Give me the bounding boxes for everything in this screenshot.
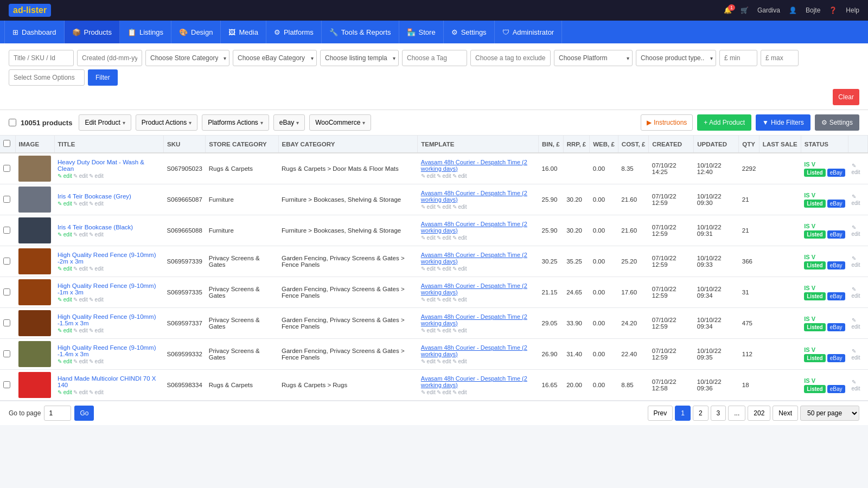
template-edit2-link[interactable]: ✎ edit — [437, 266, 451, 272]
row-checkbox[interactable] — [3, 319, 10, 326]
nav-design[interactable]: 🎨 Design — [171, 21, 221, 43]
user-label[interactable]: Bojte — [806, 7, 820, 14]
template-edit3-link[interactable]: ✎ edit — [452, 204, 467, 210]
edit-extra-link[interactable]: ✎ edit — [89, 266, 104, 272]
nav-platforms[interactable]: ⚙ Platforms — [266, 21, 322, 43]
next-page-button[interactable]: Next — [773, 406, 798, 421]
store-label[interactable]: Gardiva — [757, 7, 780, 14]
notification-bell[interactable]: 🔔 1 — [724, 7, 732, 14]
edit-link[interactable]: ✎ edit — [58, 266, 72, 272]
nav-settings[interactable]: ⚙ Settings — [444, 21, 495, 43]
row-action-link[interactable]: ✎ edit — [852, 317, 860, 330]
nav-tools[interactable]: 🔧 Tools & Reports — [322, 21, 399, 43]
nav-media[interactable]: 🖼 Media — [221, 21, 266, 43]
settings-button[interactable]: ⚙ Settings — [815, 114, 859, 131]
product-title-link[interactable]: Hand Made Multicolor CHINDI 70 X 140 — [58, 375, 156, 388]
edit-link[interactable]: ✎ edit — [58, 232, 72, 237]
store-category-select[interactable]: Choose Store Category — [145, 50, 229, 66]
edit-sku-link[interactable]: ✎ edit — [73, 297, 88, 303]
nav-products[interactable]: 📦 Products — [65, 21, 120, 43]
product-title-link[interactable]: Heavy Duty Door Mat - Wash & Clean — [58, 159, 144, 172]
edit-link[interactable]: ✎ edit — [58, 297, 72, 303]
edit-extra-link[interactable]: ✎ edit — [89, 328, 104, 333]
edit-link[interactable]: ✎ edit — [58, 173, 72, 179]
platforms-actions-button[interactable]: Platforms Actions ▾ — [202, 114, 269, 131]
template-edit-link[interactable]: ✎ edit — [421, 173, 436, 179]
template-edit2-link[interactable]: ✎ edit — [437, 328, 451, 333]
product-title-link[interactable]: Iris 4 Teir Bookcase (Grey) — [58, 193, 131, 200]
template-link[interactable]: Avasam 48h Courier - Despatch Time (2 wo… — [421, 159, 527, 172]
product-title-link[interactable]: High Quality Reed Fence (9-10mm) -2m x 3… — [58, 252, 156, 265]
page-2-button[interactable]: 2 — [693, 406, 709, 421]
row-checkbox[interactable] — [3, 381, 10, 388]
nav-store[interactable]: 🏪 Store — [399, 21, 444, 43]
edit-sku-link[interactable]: ✎ edit — [73, 266, 88, 272]
template-edit-link[interactable]: ✎ edit — [421, 204, 436, 210]
product-title-link[interactable]: High Quality Reed Fence (9-10mm) -1.5m x… — [58, 313, 156, 326]
row-action-link[interactable]: ✎ edit — [852, 286, 860, 299]
select-all-checkbox[interactable] — [9, 119, 16, 126]
edit-sku-link[interactable]: ✎ edit — [73, 173, 88, 179]
template-link[interactable]: Avasam 48h Courier - Despatch Time (2 wo… — [421, 344, 527, 357]
template-edit-link[interactable]: ✎ edit — [421, 297, 436, 303]
template-edit2-link[interactable]: ✎ edit — [437, 297, 451, 303]
product-title-link[interactable]: Iris 4 Teir Bookcase (Black) — [58, 224, 133, 230]
row-checkbox[interactable] — [3, 350, 10, 357]
row-action-link[interactable]: ✎ edit — [852, 194, 860, 206]
edit-product-button[interactable]: Edit Product ▾ — [79, 114, 131, 131]
template-edit3-link[interactable]: ✎ edit — [452, 358, 467, 364]
edit-extra-link[interactable]: ✎ edit — [89, 201, 104, 207]
edit-extra-link[interactable]: ✎ edit — [89, 389, 104, 395]
template-edit-link[interactable]: ✎ edit — [421, 266, 436, 272]
prev-page-button[interactable]: Prev — [648, 406, 673, 421]
template-edit3-link[interactable]: ✎ edit — [452, 235, 467, 241]
row-checkbox[interactable] — [3, 288, 10, 296]
page-202-button[interactable]: 202 — [748, 406, 770, 421]
row-checkbox[interactable] — [3, 258, 10, 265]
template-edit-link[interactable]: ✎ edit — [421, 389, 436, 395]
template-edit3-link[interactable]: ✎ edit — [452, 328, 467, 333]
template-edit2-link[interactable]: ✎ edit — [437, 173, 451, 179]
created-date-input[interactable] — [77, 50, 142, 66]
edit-sku-link[interactable]: ✎ edit — [73, 389, 88, 395]
edit-link[interactable]: ✎ edit — [58, 389, 72, 395]
edit-sku-link[interactable]: ✎ edit — [73, 358, 88, 364]
edit-link[interactable]: ✎ edit — [58, 328, 72, 333]
go-page-input[interactable] — [44, 406, 71, 421]
filter-button[interactable]: Filter — [88, 69, 118, 86]
ebay-category-select[interactable]: Choose eBay Category — [233, 50, 317, 66]
template-link[interactable]: Avasam 48h Courier - Despatch Time (2 wo… — [421, 313, 527, 326]
instructions-button[interactable]: ▶ Instructions — [641, 114, 693, 131]
template-edit-link[interactable]: ✎ edit — [421, 235, 436, 241]
nav-administrator[interactable]: 🛡 Administrator — [495, 21, 563, 43]
product-type-select[interactable]: Choose product type... — [636, 50, 716, 66]
row-action-link[interactable]: ✎ edit — [852, 163, 860, 175]
page-1-button[interactable]: 1 — [675, 406, 691, 421]
template-edit3-link[interactable]: ✎ edit — [452, 173, 467, 179]
template-edit-link[interactable]: ✎ edit — [421, 328, 436, 333]
per-page-select[interactable]: 50 per page 25 per page 100 per page — [800, 406, 859, 421]
row-checkbox[interactable] — [3, 165, 10, 172]
header-checkbox[interactable] — [3, 140, 10, 147]
woocommerce-button[interactable]: WooCommerce ▾ — [309, 114, 371, 131]
template-link[interactable]: Avasam 48h Courier - Despatch Time (2 wo… — [421, 190, 527, 203]
edit-extra-link[interactable]: ✎ edit — [89, 173, 104, 179]
row-action-link[interactable]: ✎ edit — [852, 255, 860, 268]
title-search-input[interactable] — [9, 50, 74, 66]
listing-template-select[interactable]: Choose listing templat... — [320, 50, 399, 66]
template-link[interactable]: Avasam 48h Courier - Despatch Time (2 wo… — [421, 221, 527, 234]
edit-extra-link[interactable]: ✎ edit — [89, 358, 104, 364]
template-edit3-link[interactable]: ✎ edit — [452, 389, 467, 395]
go-button[interactable]: Go — [74, 406, 94, 421]
price-min-input[interactable] — [719, 50, 757, 66]
nav-listings[interactable]: 📋 Listings — [120, 21, 171, 43]
template-edit2-link[interactable]: ✎ edit — [437, 358, 451, 364]
template-edit3-link[interactable]: ✎ edit — [452, 266, 467, 272]
edit-extra-link[interactable]: ✎ edit — [89, 297, 104, 303]
row-checkbox[interactable] — [3, 196, 10, 203]
row-action-link[interactable]: ✎ edit — [852, 224, 860, 237]
nav-dashboard[interactable]: ⊞ Dashboard — [4, 21, 65, 43]
ebay-button[interactable]: eBay ▾ — [273, 114, 305, 131]
template-link[interactable]: Avasam 48h Courier - Despatch Time (2 wo… — [421, 282, 527, 296]
template-link[interactable]: Avasam 48h Courier - Despatch Time (2 wo… — [421, 375, 527, 388]
